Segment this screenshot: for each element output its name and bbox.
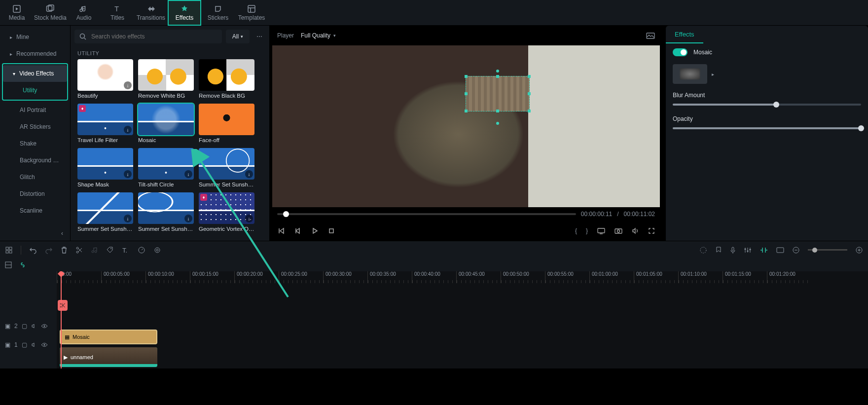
auto-ripple-button[interactable]	[760, 246, 768, 254]
cat-utility[interactable]: Utility	[3, 82, 67, 99]
download-icon[interactable]: ↓	[245, 215, 253, 222]
cat-distortion[interactable]: Distortion	[0, 185, 70, 202]
marker-button[interactable]	[715, 246, 722, 254]
cat-shake[interactable]: Shake	[0, 135, 70, 152]
effect-card[interactable]: ↓Summer Set Sunshine …	[138, 192, 194, 232]
step-back-button[interactable]	[294, 227, 302, 235]
effect-thumbnail[interactable]: ♦↓	[77, 104, 133, 135]
sidebar-collapse-button[interactable]: ‹	[0, 226, 70, 241]
effect-card[interactable]: Mosaic	[138, 104, 194, 143]
split-button[interactable]	[75, 246, 83, 254]
effect-card[interactable]: ♦↓Geometric Vortex Ove…	[199, 192, 254, 232]
filter-dropdown[interactable]: All▾	[226, 30, 250, 43]
opacity-slider[interactable]	[673, 127, 861, 129]
tab-transitions[interactable]: Transitions	[134, 0, 168, 26]
effect-card[interactable]: ↓Summer Set Sunshine …	[77, 192, 133, 232]
cat-mine[interactable]: Mine	[0, 29, 70, 45]
effect-thumbnail[interactable]: ↓	[77, 192, 133, 224]
cut-marker[interactable]	[58, 300, 68, 311]
effect-card[interactable]: ♦↓Travel Life Filter	[77, 104, 133, 143]
tab-media[interactable]: Media	[0, 0, 34, 26]
video-preview[interactable]	[272, 45, 660, 207]
search-input-wrapper[interactable]	[74, 30, 222, 43]
video-track-header[interactable]: ▣1 ▢	[0, 334, 57, 355]
zoom-slider[interactable]	[808, 249, 847, 251]
download-icon[interactable]: ↓	[184, 215, 192, 222]
camera-button[interactable]	[615, 227, 622, 234]
track-mute-icon[interactable]	[31, 323, 37, 329]
effect-thumbnail[interactable]: ♦↓	[199, 192, 254, 224]
tab-templates[interactable]: Templates	[235, 0, 268, 26]
mosaic-effect-clip[interactable]: ▦ Mosaic	[60, 330, 157, 344]
effect-thumbnail[interactable]: ↓	[77, 59, 133, 91]
download-icon[interactable]: ↓	[124, 215, 132, 222]
layout-icon[interactable]	[5, 246, 13, 254]
mosaic-overlay[interactable]	[466, 76, 530, 111]
undo-button[interactable]	[29, 246, 37, 254]
zoom-out-button[interactable]	[792, 246, 800, 254]
cat-recommended[interactable]: Recommended	[0, 45, 70, 62]
music-button[interactable]	[91, 246, 98, 254]
effect-card[interactable]: ↓Summer Set Sunshine …	[199, 148, 254, 187]
track-expand-icon[interactable]: ▢	[22, 323, 27, 330]
effect-thumbnail[interactable]	[199, 59, 254, 91]
render-button[interactable]	[699, 246, 707, 254]
mosaic-enable-toggle[interactable]	[673, 48, 687, 56]
play-button[interactable]	[311, 227, 319, 235]
download-icon[interactable]: ↓	[245, 170, 253, 178]
effect-card[interactable]: ↓Beautify	[77, 59, 133, 99]
zoom-in-button[interactable]	[855, 246, 863, 254]
tab-titles[interactable]: TTitles	[101, 0, 134, 26]
mark-in-button[interactable]: {	[575, 227, 577, 234]
download-icon[interactable]: ↓	[124, 81, 132, 89]
cat-glitch[interactable]: Glitch	[0, 169, 70, 185]
effect-card[interactable]: Remove White BG	[138, 59, 194, 99]
playhead[interactable]	[61, 271, 62, 368]
mixer-button[interactable]	[744, 246, 752, 254]
download-icon[interactable]: ↓	[184, 170, 192, 178]
effect-card[interactable]: Remove Black BG	[199, 59, 254, 99]
download-icon[interactable]: ↓	[124, 170, 132, 178]
mark-out-button[interactable]: }	[586, 227, 588, 234]
snap-toggle[interactable]	[776, 247, 784, 253]
timeline-ruler[interactable]: 00:0000:00:05:0000:00:10:0000:00:15:0000…	[57, 271, 868, 283]
cat-ar-stickers[interactable]: AR Stickers	[0, 118, 70, 135]
seek-slider[interactable]	[277, 213, 576, 215]
tab-stickers[interactable]: Stickers	[201, 0, 235, 26]
effect-thumbnail[interactable]: ↓	[138, 192, 194, 224]
tab-audio[interactable]: Audio	[67, 0, 101, 26]
video-clip[interactable]: ▶unnamed	[60, 347, 157, 367]
effect-thumbnail[interactable]: ↓	[199, 148, 254, 180]
track-mute-icon[interactable]	[31, 342, 37, 348]
text-tool-button[interactable]: T.	[122, 246, 130, 254]
blur-amount-slider[interactable]	[673, 104, 861, 106]
effect-thumbnail[interactable]: ↓	[77, 148, 133, 180]
cat-scanline[interactable]: Scanline	[0, 202, 70, 219]
properties-tab-effects[interactable]: Effects	[666, 26, 703, 43]
stop-button[interactable]	[327, 227, 335, 235]
delete-button[interactable]	[61, 246, 68, 254]
mosaic-preset-selector[interactable]	[673, 64, 707, 84]
effect-thumbnail[interactable]	[199, 104, 254, 135]
effect-thumbnail[interactable]	[138, 59, 194, 91]
speed-button[interactable]	[138, 246, 145, 254]
effect-thumbnail[interactable]	[138, 104, 194, 135]
track-visibility-icon[interactable]	[41, 342, 48, 347]
tab-stock-media[interactable]: Stock Media	[34, 0, 67, 26]
timeline-tracks-area[interactable]: 00:0000:00:05:0000:00:10:0000:00:15:0000…	[57, 271, 868, 368]
color-button[interactable]	[153, 246, 161, 254]
volume-button[interactable]	[631, 227, 639, 235]
display-settings-button[interactable]	[597, 227, 606, 234]
track-visibility-icon[interactable]	[41, 324, 48, 329]
cat-background[interactable]: Background …	[0, 152, 70, 169]
download-icon[interactable]: ↓	[124, 126, 132, 134]
fullscreen-button[interactable]	[648, 227, 655, 234]
cat-ai-portrait[interactable]: AI Portrait	[0, 102, 70, 118]
snapshot-button[interactable]	[646, 32, 655, 39]
effect-thumbnail[interactable]: ↓	[138, 148, 194, 180]
track-lock-icon[interactable]: ▢	[22, 341, 27, 348]
search-input[interactable]	[90, 33, 217, 40]
track-manage-icon[interactable]	[5, 261, 12, 268]
effect-card[interactable]: ↓Tilt-shift Circle	[138, 148, 194, 187]
tag-button[interactable]	[106, 246, 114, 254]
